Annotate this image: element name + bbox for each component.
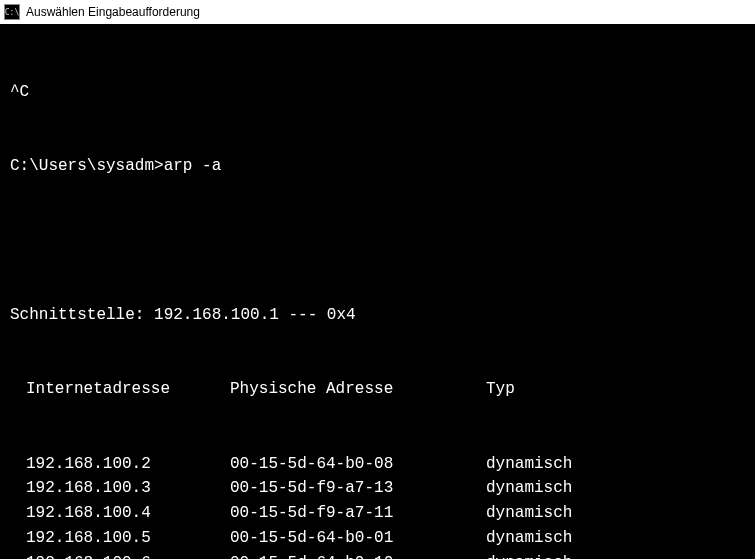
arp-rows: 192.168.100.200-15-5d-64-b0-08dynamisch1… [10,452,745,559]
arp-ip: 192.168.100.4 [10,501,230,526]
arp-type: dynamisch [486,476,745,501]
arp-type: dynamisch [486,526,745,551]
arp-type: dynamisch [486,551,745,559]
arp-row: 192.168.100.300-15-5d-f9-a7-13dynamisch [10,476,745,501]
arp-row: 192.168.100.400-15-5d-f9-a7-11dynamisch [10,501,745,526]
arp-mac: 00-15-5d-f9-a7-13 [230,476,486,501]
arp-type: dynamisch [486,452,745,477]
arp-mac: 00-15-5d-64-b0-08 [230,452,486,477]
blank-line [10,228,745,253]
arp-ip: 192.168.100.2 [10,452,230,477]
header-type: Typ [486,377,745,402]
header-mac: Physische Adresse [230,377,486,402]
arp-mac: 00-15-5d-64-b0-10 [230,551,486,559]
arp-row: 192.168.100.500-15-5d-64-b0-01dynamisch [10,526,745,551]
arp-type: dynamisch [486,501,745,526]
arp-ip: 192.168.100.5 [10,526,230,551]
arp-ip: 192.168.100.3 [10,476,230,501]
interface-line: Schnittstelle: 192.168.100.1 --- 0x4 [10,303,745,328]
interrupt-line: ^C [10,80,745,105]
cmd-icon: C:\ [4,4,20,20]
header-ip: Internetadresse [10,377,230,402]
arp-mac: 00-15-5d-f9-a7-11 [230,501,486,526]
arp-row: 192.168.100.600-15-5d-64-b0-10dynamisch [10,551,745,559]
arp-header-row: Internetadresse Physische Adresse Typ [10,377,745,402]
arp-row: 192.168.100.200-15-5d-64-b0-08dynamisch [10,452,745,477]
window-titlebar[interactable]: C:\ Auswählen Eingabeaufforderung [0,0,755,24]
terminal-content[interactable]: ^C C:\Users\sysadm>arp -a Schnittstelle:… [0,24,755,559]
prompt-line: C:\Users\sysadm>arp -a [10,154,745,179]
arp-mac: 00-15-5d-64-b0-01 [230,526,486,551]
window-title: Auswählen Eingabeaufforderung [26,5,200,19]
arp-ip: 192.168.100.6 [10,551,230,559]
command-text: arp -a [164,157,222,175]
prompt-text: C:\Users\sysadm> [10,157,164,175]
